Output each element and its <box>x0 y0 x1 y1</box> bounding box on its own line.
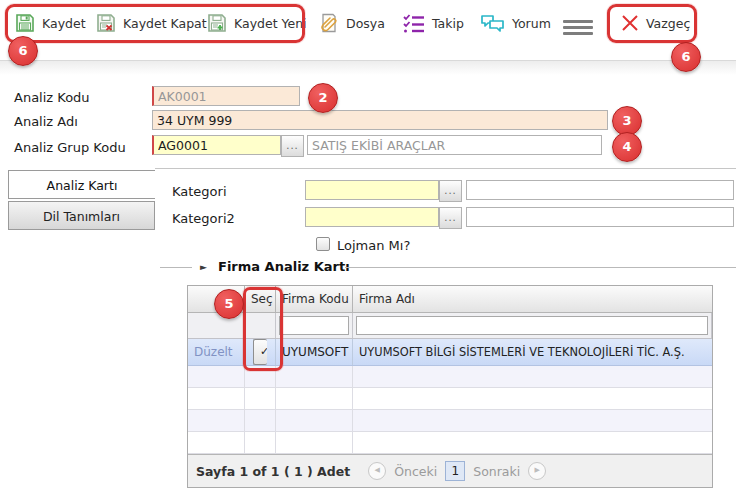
grid-empty-row <box>188 366 712 388</box>
kategori2-lookup-button[interactable]: ... <box>439 207 462 229</box>
cancel-button[interactable]: Vazgeç <box>620 10 690 36</box>
grid-filter-row <box>188 313 712 339</box>
follow-button-label: Takip <box>432 16 464 31</box>
save-close-icon <box>95 12 117 34</box>
follow-button[interactable]: Takip <box>402 10 464 36</box>
kategori-input[interactable] <box>305 180 439 200</box>
grid-pagination: Sayfa 1 of 1 ( 1 ) Adet ◀ Önceki 1 Sonra… <box>188 454 712 487</box>
lojman-label: Lojman Mı? <box>337 238 410 253</box>
section-expand-icon[interactable]: ► <box>200 262 207 272</box>
filter-firma-adi-input[interactable] <box>356 316 708 335</box>
tab-analiz-karti[interactable]: Analiz Kartı <box>8 170 155 199</box>
save-close-button[interactable]: Kaydet Kapat <box>95 10 207 36</box>
row-sec-checkbox[interactable]: ✓ <box>253 339 267 365</box>
cancel-button-label: Vazgeç <box>646 16 690 31</box>
section-line-right <box>345 267 736 268</box>
kategori2-adi-display <box>466 207 734 227</box>
grid-empty-row <box>188 388 712 410</box>
header-firma-kodu[interactable]: Firma Kodu <box>276 286 353 312</box>
analiz-kodu-input[interactable] <box>152 86 300 106</box>
chat-bubbles-icon <box>480 12 506 34</box>
grid-empty-row <box>188 410 712 432</box>
menu-hamburger-icon[interactable] <box>563 17 593 39</box>
kategori-label: Kategori <box>172 184 227 199</box>
firma-analiz-grid: Seç Firma Kodu Firma Adı Düzelt ✓ UYUMSO… <box>187 285 713 488</box>
filter-firma-kodu-input[interactable] <box>279 316 349 335</box>
comment-button[interactable]: Yorum <box>480 10 551 36</box>
analysis-card-window: Kaydet Kaydet Kapat Kaydet Yeni Dosya <box>0 0 736 494</box>
annotation-badge-3: 3 <box>612 106 642 136</box>
save-new-button-label: Kaydet Yeni <box>234 16 307 31</box>
kategori2-label: Kategori2 <box>172 211 235 226</box>
current-page-button[interactable]: 1 <box>445 461 465 481</box>
comment-button-label: Yorum <box>512 16 551 31</box>
save-close-button-label: Kaydet Kapat <box>123 16 207 31</box>
annotation-badge-4: 4 <box>612 132 642 162</box>
analiz-adi-label: Analiz Adı <box>14 114 78 129</box>
analiz-grup-kodu-input[interactable] <box>152 135 281 155</box>
header-firma-adi[interactable]: Firma Adı <box>353 286 712 312</box>
analiz-adi-input[interactable] <box>152 110 608 130</box>
grid-empty-row <box>188 432 712 454</box>
save-new-icon <box>206 12 228 34</box>
header-action-column <box>188 286 245 312</box>
save-button[interactable]: Kaydet <box>14 10 86 36</box>
save-new-button[interactable]: Kaydet Yeni <box>206 10 307 36</box>
file-button-label: Dosya <box>346 16 385 31</box>
edit-row-link[interactable]: Düzelt <box>194 345 233 359</box>
file-button[interactable]: Dosya <box>318 10 385 36</box>
lojman-checkbox[interactable] <box>316 237 330 251</box>
toolbar-separator <box>0 60 736 75</box>
row-firma-adi: UYUMSOFT BİLGİ SİSTEMLERİ VE TEKNOLOJİLE… <box>353 339 712 365</box>
grid-data-row-selected[interactable]: Düzelt ✓ UYUMSOFT UYUMSOFT BİLGİ SİSTEML… <box>188 339 712 366</box>
header-sec[interactable]: Seç <box>245 286 276 312</box>
next-page-icon[interactable]: ▶ <box>528 462 546 480</box>
pagination-summary: Sayfa 1 of 1 ( 1 ) Adet <box>196 464 350 479</box>
kategori2-input[interactable] <box>305 207 439 227</box>
kategori-lookup-button[interactable]: ... <box>439 180 462 202</box>
section-line-left <box>160 267 192 268</box>
paperclip-file-icon <box>318 12 340 34</box>
analiz-grup-kodu-label: Analiz Grup Kodu <box>14 140 126 155</box>
cancel-x-icon <box>620 13 640 33</box>
save-icon <box>14 12 36 34</box>
annotation-badge-2: 2 <box>308 83 338 113</box>
tab-panel-border <box>155 168 736 169</box>
tab-dil-tanimlari[interactable]: Dil Tanımları <box>8 201 155 230</box>
analiz-grup-lookup-button[interactable]: ... <box>281 135 304 157</box>
next-page-link[interactable]: Sonraki <box>473 464 520 479</box>
previous-page-link[interactable]: Önceki <box>394 464 437 479</box>
save-button-label: Kaydet <box>42 16 86 31</box>
grid-header-row: Seç Firma Kodu Firma Adı <box>188 286 712 313</box>
row-firma-kodu: UYUMSOFT <box>276 339 353 365</box>
section-title: Firma Analiz Kartı <box>218 259 350 274</box>
analiz-kodu-label: Analiz Kodu <box>14 90 90 105</box>
checklist-icon <box>402 12 426 34</box>
kategori-adi-display <box>466 180 734 200</box>
previous-page-icon[interactable]: ◀ <box>368 462 386 480</box>
analiz-grup-adi-display <box>307 135 602 155</box>
